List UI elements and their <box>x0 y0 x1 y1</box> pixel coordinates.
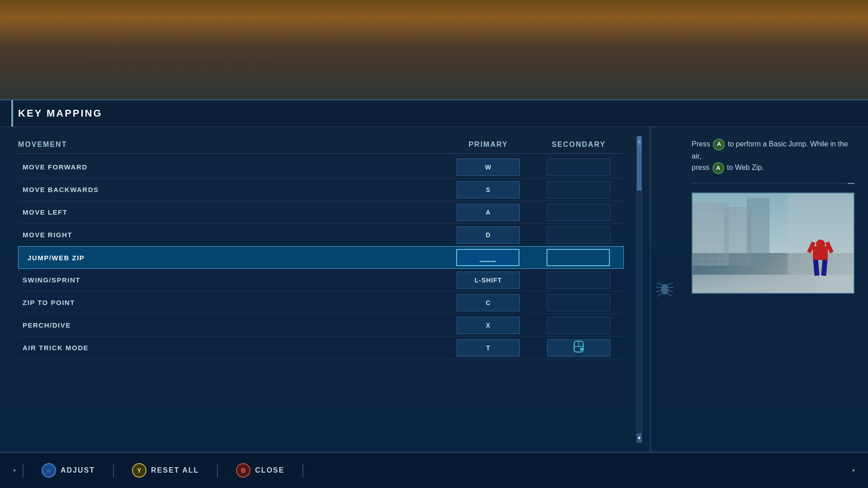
secondary-key-cell <box>533 179 624 200</box>
spiderman-figure <box>810 239 830 276</box>
space-key-icon: ⎯⎯⎯ <box>480 253 496 263</box>
primary-key-box[interactable]: S <box>457 181 520 198</box>
secondary-key-box[interactable] <box>547 294 610 311</box>
primary-key-box[interactable]: L-SHIFT <box>457 272 520 289</box>
table-row[interactable]: AIR TRICK MODE T <box>18 337 624 359</box>
secondary-header: SECONDARY <box>533 141 624 149</box>
mouse-button-icon <box>572 340 585 356</box>
action-name: MOVE BACKWARDS <box>18 186 443 193</box>
action-name: MOVE RIGHT <box>18 231 443 239</box>
primary-key-box-selected[interactable]: ⎯⎯⎯ <box>456 249 519 266</box>
table-row[interactable]: MOVE FORWARD W <box>18 156 624 178</box>
main-container: KEY MAPPING MOVEMENT PRIMARY SECONDARY M… <box>0 99 868 488</box>
close-action[interactable]: B CLOSE <box>236 463 284 478</box>
header-bar: KEY MAPPING <box>0 99 868 127</box>
primary-key-cell: A <box>443 202 533 223</box>
action-name: MOVE FORWARD <box>18 163 443 171</box>
secondary-key-cell <box>533 202 624 223</box>
primary-key-cell-selected: ⎯⎯⎯ <box>443 247 533 268</box>
bottom-bar: ○ ADJUST Y RESET ALL B CLOSE <box>0 452 868 488</box>
sm-leg-right <box>821 258 827 276</box>
primary-key-box[interactable]: T <box>457 339 520 357</box>
building-windows <box>693 202 729 266</box>
table-row[interactable]: MOVE BACKWARDS S <box>18 178 624 201</box>
reset-button-icon[interactable]: Y <box>132 463 146 478</box>
table-row-selected[interactable]: JUMP/WEB ZIP ⎯⎯⎯ <box>18 246 624 269</box>
secondary-key-box[interactable] <box>547 204 610 221</box>
scrollbar-thumb[interactable] <box>637 136 642 191</box>
right-panel: Press A to perform a Basic Jump. While i… <box>678 127 868 452</box>
spider-emblem-area <box>651 127 678 452</box>
table-row[interactable]: MOVE LEFT A <box>18 201 624 224</box>
primary-key-box[interactable]: X <box>457 317 520 334</box>
close-button-icon[interactable]: B <box>236 463 250 478</box>
window-grid <box>90 5 271 95</box>
scrollbar-arrow-down[interactable]: ▼ <box>637 433 642 442</box>
secondary-key-box[interactable] <box>547 181 610 198</box>
primary-key-cell: X <box>443 315 533 336</box>
help-separator <box>692 183 854 183</box>
help-text-part3: to Web Zip. <box>727 164 764 171</box>
secondary-key-cell <box>533 225 624 245</box>
adjust-action[interactable]: ○ ADJUST <box>42 463 95 478</box>
primary-key-box[interactable]: C <box>457 294 520 311</box>
spider-icon <box>655 279 675 300</box>
bottom-sep-2 <box>217 464 218 477</box>
sm-leg-left <box>813 258 819 276</box>
action-name: AIR TRICK MODE <box>18 344 443 352</box>
secondary-key-box[interactable] <box>547 339 610 357</box>
primary-key-cell: L-SHIFT <box>443 270 533 291</box>
adjust-button-icon[interactable]: ○ <box>42 463 56 478</box>
secondary-key-cell-selected <box>533 247 623 268</box>
secondary-key-cell <box>533 315 624 336</box>
reset-label: RESET ALL <box>151 466 199 474</box>
content-area: MOVEMENT PRIMARY SECONDARY MOVE FORWARD … <box>0 127 868 452</box>
preview-container <box>692 192 854 294</box>
sm-head <box>816 239 825 249</box>
primary-key-cell: C <box>443 292 533 313</box>
primary-key-cell: T <box>443 338 533 358</box>
keymapping-table: MOVEMENT PRIMARY SECONDARY MOVE FORWARD … <box>18 136 624 359</box>
bottom-sep-start <box>23 464 24 477</box>
table-row[interactable]: SWING/SPRINT L-SHIFT <box>18 269 624 291</box>
help-text-part1: Press <box>692 140 712 148</box>
primary-key-cell: D <box>443 225 533 245</box>
secondary-key-cell <box>533 338 624 358</box>
help-text: Press A to perform a Basic Jump. While i… <box>692 138 854 174</box>
scroll-container: MOVEMENT PRIMARY SECONDARY MOVE FORWARD … <box>18 136 651 443</box>
action-name: PERCH/DIVE <box>18 321 443 329</box>
primary-key-box[interactable]: D <box>457 226 520 244</box>
left-panel: MOVEMENT PRIMARY SECONDARY MOVE FORWARD … <box>0 127 651 452</box>
table-header: MOVEMENT PRIMARY SECONDARY <box>18 136 624 154</box>
button-a-2: A <box>712 162 724 174</box>
action-name: SWING/SPRINT <box>18 276 443 284</box>
primary-key-box[interactable]: A <box>457 204 520 221</box>
adjust-label: ADJUST <box>61 466 95 474</box>
scrollbar[interactable]: ▲ ▼ <box>637 136 642 443</box>
section-header: MOVEMENT <box>18 141 443 149</box>
primary-header: PRIMARY <box>443 141 533 149</box>
secondary-key-cell <box>533 270 624 291</box>
button-a-1: A <box>713 139 725 150</box>
bottom-sep-end <box>302 464 303 477</box>
secondary-key-cell <box>533 292 624 313</box>
action-name: MOVE LEFT <box>18 208 443 216</box>
secondary-key-box[interactable] <box>547 317 610 334</box>
secondary-key-box-selected[interactable] <box>547 249 610 266</box>
close-label: CLOSE <box>255 466 284 474</box>
primary-key-box[interactable]: W <box>457 159 520 176</box>
primary-key-cell: W <box>443 157 533 178</box>
sep-corner <box>848 183 854 184</box>
action-name: ZIP TO POINT <box>18 299 443 306</box>
preview-building-3 <box>747 198 769 266</box>
secondary-key-box[interactable] <box>547 226 610 244</box>
secondary-key-box[interactable] <box>547 272 610 289</box>
table-row[interactable]: PERCH/DIVE X <box>18 314 624 337</box>
reset-action[interactable]: Y RESET ALL <box>132 463 199 478</box>
primary-key-cell: S <box>443 179 533 200</box>
preview-floor <box>693 275 854 293</box>
action-name-selected: JUMP/WEB ZIP <box>23 254 443 262</box>
table-row[interactable]: MOVE RIGHT D <box>18 224 624 246</box>
secondary-key-box[interactable] <box>547 159 610 176</box>
table-row[interactable]: ZIP TO POINT C <box>18 291 624 314</box>
